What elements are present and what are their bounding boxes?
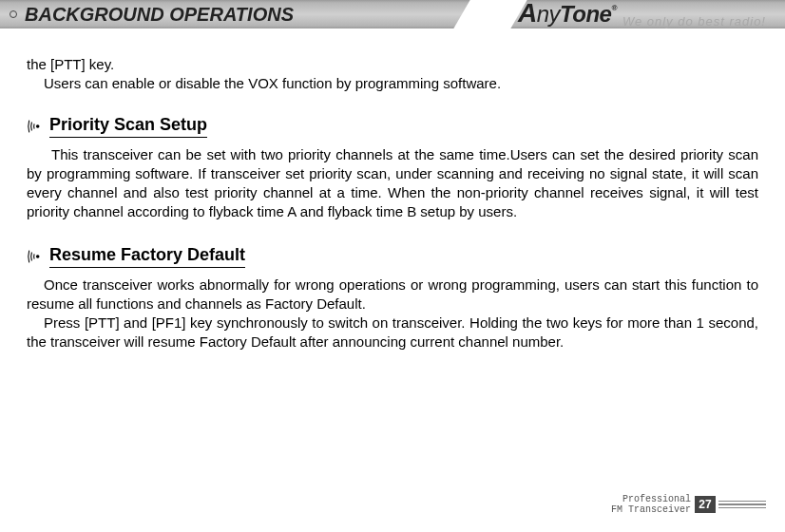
brand-slogan: We only do best radio!	[622, 14, 766, 28]
section1-body: This transceiver can be set with two pri…	[27, 145, 758, 222]
brand-logo: AnyTone®	[518, 1, 617, 27]
svg-point-1	[36, 255, 40, 258]
page-number: 27	[695, 496, 716, 513]
header-bullet-icon	[10, 10, 17, 18]
antenna-icon	[27, 248, 44, 265]
intro-line1: the [PTT] key.	[27, 55, 758, 74]
footer-text: Professional FM Transceiver	[611, 494, 691, 515]
header-curve-decoration	[453, 0, 527, 28]
intro-line2: Users can enable or disable the VOX func…	[27, 74, 758, 93]
footer-lines-decoration	[718, 496, 766, 513]
antenna-icon	[27, 118, 44, 135]
content-area: the [PTT] key. Users can enable or disab…	[0, 28, 785, 352]
header-bar: BACKGROUND OPERATIONS AnyTone® We only d…	[0, 0, 785, 28]
section1-heading-wrap: Priority Scan Setup	[27, 115, 758, 138]
header-brand-area: AnyTone® We only do best radio!	[518, 0, 766, 28]
page-title: BACKGROUND OPERATIONS	[25, 4, 294, 26]
section2-heading: Resume Factory Default	[49, 245, 245, 268]
section2-body: Once transceiver works abnormally for wr…	[27, 276, 758, 352]
section1-heading: Priority Scan Setup	[49, 115, 207, 138]
section2-heading-wrap: Resume Factory Default	[27, 245, 758, 268]
footer: Professional FM Transceiver 27	[611, 494, 766, 515]
svg-point-0	[36, 124, 40, 128]
intro-text: the [PTT] key. Users can enable or disab…	[27, 55, 758, 94]
